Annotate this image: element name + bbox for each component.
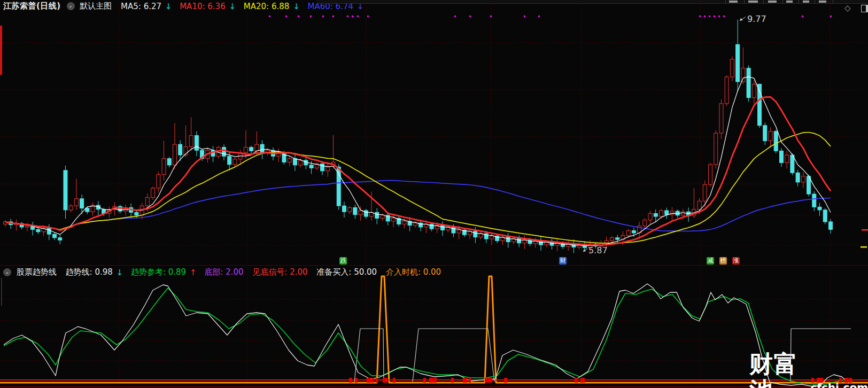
toolbar-icon-fragment[interactable] xyxy=(786,1,793,3)
chevron-down-icon[interactable]: ⌄ xyxy=(67,2,75,10)
trend-ref-value: 趋势参考: 0.89 xyxy=(131,267,186,277)
signal-badge-cai: 财 xyxy=(559,257,567,265)
bottom-signal-value: 见底信号: 2.00 xyxy=(252,267,307,277)
toolbar-icon-fragment[interactable] xyxy=(803,1,809,3)
panel-layout-icon[interactable] xyxy=(861,5,868,12)
indicator-legend: ⌄ 股票趋势线 趋势线: 0.98 ↓ 趋势参考: 0.89 ↑ 底部: 2.0… xyxy=(3,267,447,278)
trendline-value: 趋势线: 0.98 xyxy=(66,267,113,277)
toolbar-button-divider xyxy=(799,0,799,3)
toolbar-icon-fragment[interactable] xyxy=(729,1,738,3)
toolbar-icon-fragment[interactable] xyxy=(768,1,777,3)
signal-badge-bang: 榜 xyxy=(719,257,727,265)
watermark-domain: cfchi.com xyxy=(810,382,868,388)
high-price-label: 9.77 xyxy=(747,14,766,24)
low-price-label: 5.87 xyxy=(588,245,608,255)
signal-badge-zhang: 涨 xyxy=(732,257,740,265)
trend-ref-arrow-icon: ↑ xyxy=(190,268,197,277)
toolbar-button-divider xyxy=(815,0,815,3)
chevron-down-icon[interactable]: ⌄ xyxy=(3,268,11,276)
entry-timing-value: 介入时机: 0.00 xyxy=(386,267,441,277)
signal-badge-jian: 减 xyxy=(707,257,714,265)
watermark-brand: 财富池 xyxy=(749,351,806,388)
toolbar-icon-fragment[interactable] xyxy=(748,1,758,3)
ma10-arrow-icon: ↓ xyxy=(229,2,236,11)
toolbar-button-divider xyxy=(782,0,783,3)
ma20-arrow-icon: ↓ xyxy=(293,2,300,11)
stock-title: 江苏索普(日线) xyxy=(3,1,61,11)
ma5-arrow-icon: ↓ xyxy=(165,2,172,11)
diamond-tool-icon[interactable]: ◇ xyxy=(844,3,851,13)
ma10-legend: MA10: 6.36 xyxy=(180,2,226,11)
ready-buy-value: 准备买入: 50.00 xyxy=(316,267,377,277)
toolbar-icon-fragment[interactable] xyxy=(819,1,826,3)
indicator-name[interactable]: 股票趋势线 xyxy=(17,267,57,277)
signal-badge-die: 跌 xyxy=(339,257,347,265)
ma5-legend: MA5: 6.27 xyxy=(121,2,161,11)
toolbar-button-divider xyxy=(763,0,764,3)
panel-divider[interactable] xyxy=(0,265,868,266)
toolbar-button-divider xyxy=(725,0,726,3)
toolbar-button-divider xyxy=(833,0,833,3)
main-chart-legend: 江苏索普(日线) ⌄ 默认主图 MA5: 6.27 ↓ MA10: 6.36 ↓… xyxy=(3,1,369,12)
toolbar-fragment-strip xyxy=(316,0,868,4)
trendline-arrow-icon: ↓ xyxy=(117,268,123,277)
toolbar-button-divider xyxy=(744,0,745,3)
ma20-legend: MA20: 6.88 xyxy=(244,2,290,11)
watermark: 财富池 cfchi.com 指标交易平台 xyxy=(749,351,868,388)
bottom-value: 底部: 2.00 xyxy=(204,267,243,277)
trading-app-window: ◇ 江苏索普(日线) ⌄ 默认主图 MA5: 6.27 ↓ MA10: 6.36… xyxy=(0,0,868,388)
main-chart-label[interactable]: 默认主图 xyxy=(80,1,112,11)
indicator-chart[interactable] xyxy=(0,266,868,388)
window-bottom-border xyxy=(0,386,868,387)
candlestick-chart[interactable] xyxy=(0,0,868,266)
